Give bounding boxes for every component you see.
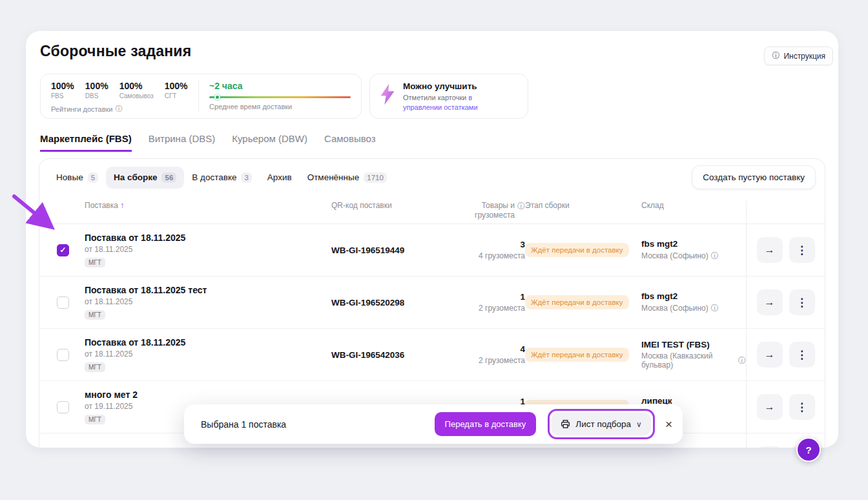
selected-count-text: Выбрана 1 поставка xyxy=(201,419,286,430)
supply-date: от 18.11.2025 xyxy=(85,349,331,359)
tab-marketplace-fbs[interactable]: Маркетплейс (FBS) xyxy=(40,133,132,152)
info-icon[interactable]: ⓘ xyxy=(738,355,746,366)
ratings-caption: Рейтинги доставки ⓘ xyxy=(51,104,198,114)
arrow-right-icon: → xyxy=(765,244,775,255)
table-row: Поставка от 18.11.2025 от 18.11.2025 МГТ… xyxy=(39,329,825,381)
header-qr: QR-код поставки xyxy=(331,201,454,210)
cargo-count: 4 грузоместа xyxy=(454,251,525,260)
supply-title[interactable]: Поставка от 18.11.2025 xyxy=(85,337,331,348)
delivery-mode-tabs: Маркетплейс (FBS) Витрина (DBS) Курьером… xyxy=(40,133,376,152)
arrow-right-icon: → xyxy=(765,297,775,307)
tab-pickup[interactable]: Самовывоз xyxy=(324,133,376,152)
row-checkbox[interactable]: ✓ xyxy=(57,244,69,256)
qr-code: WB-GI-196542036 xyxy=(331,350,454,360)
supply-date: от 18.11.2025 xyxy=(85,245,331,254)
info-icon[interactable]: ⓘ xyxy=(711,251,719,262)
row-checkbox[interactable] xyxy=(57,349,69,361)
lightning-icon xyxy=(378,81,397,107)
filter-archive[interactable]: Архив xyxy=(260,167,300,188)
supply-tag: МГТ xyxy=(85,310,105,320)
selection-action-bar: Выбрана 1 поставка Передать в доставку Л… xyxy=(184,404,683,444)
header-actions-cell xyxy=(746,201,825,224)
qr-code: WB-GI-196520298 xyxy=(331,298,454,307)
stage-badge: Ждёт передачи в доставку xyxy=(525,295,629,309)
create-empty-supply-button[interactable]: Создать пустую поставку xyxy=(692,165,816,189)
goods-count: 4 xyxy=(454,344,525,354)
stats-row: 100% FBS 100% DBS 100% Самовывоз 100% СГ… xyxy=(40,74,528,119)
goods-count: 1 xyxy=(454,292,525,302)
supply-title[interactable]: Поставка от 18.11.2025 xyxy=(85,233,331,243)
filter-row: Новые 5 На сборке 56 В доставке 3 Архив … xyxy=(39,159,825,196)
chevron-down-icon: ∨ xyxy=(636,420,642,429)
instruction-button[interactable]: ⓘ Инструкция xyxy=(764,47,833,65)
instruction-label: Инструкция xyxy=(783,52,825,61)
picklist-button[interactable]: Лист подбора ∨ xyxy=(552,413,651,435)
filter-count: 56 xyxy=(161,172,176,183)
improve-title: Можно улучшить xyxy=(403,81,505,91)
row-menu-button[interactable]: ⋮ xyxy=(789,342,815,368)
cargo-count: 2 грузоместа xyxy=(454,356,525,365)
header-stage: Этап сборки xyxy=(525,201,641,210)
cargo-count: 2 грузоместа xyxy=(454,304,525,313)
rating-pickup: 100% Самовывоз xyxy=(119,81,154,99)
info-icon[interactable]: ⓘ xyxy=(711,303,719,314)
delivery-time-caption: Среднее время доставки xyxy=(209,103,351,110)
rating-fbs: 100% FBS xyxy=(51,81,74,99)
supply-tag: МГТ xyxy=(85,415,105,424)
page-title: Сборочные задания xyxy=(40,43,191,60)
info-icon[interactable]: ⓘ xyxy=(115,104,122,114)
warehouse-name: fbs mgt2 xyxy=(641,239,746,249)
open-supply-button[interactable]: → xyxy=(757,394,783,420)
supply-title[interactable]: Поставка от 18.11.2025 тест xyxy=(85,285,331,295)
row-menu-button[interactable]: ⋮ xyxy=(789,289,815,315)
sort-up-icon: ↑ xyxy=(120,201,124,210)
filter-in-delivery[interactable]: В доставке 3 xyxy=(184,167,260,189)
row-menu-button[interactable]: ⋮ xyxy=(789,237,815,263)
filter-count: 3 xyxy=(241,172,251,183)
tab-vitrina-dbs[interactable]: Витрина (DBS) xyxy=(149,133,216,152)
row-menu-button[interactable]: ⋮ xyxy=(789,394,815,420)
warehouse-location: Москва (Софьино) ⓘ xyxy=(641,251,746,262)
help-button[interactable]: ? xyxy=(796,437,821,462)
supply-title[interactable]: много мет 2 xyxy=(85,390,331,400)
delivery-time-value: ~2 часа xyxy=(209,81,351,91)
delivery-time-track xyxy=(209,96,351,98)
picklist-highlight-ring: Лист подбора ∨ xyxy=(548,409,655,439)
filter-cancelled[interactable]: Отменённые 1710 xyxy=(300,167,395,189)
stage-badge: Ждёт передачи в доставку xyxy=(525,243,629,257)
header-warehouse: Склад xyxy=(641,201,746,210)
warehouse-location: Москва (Кавказский бульвар) ⓘ xyxy=(641,351,746,370)
kebab-icon: ⋮ xyxy=(796,244,807,256)
filter-count: 1710 xyxy=(364,172,387,183)
table-header: Поставка ↑ QR-код поставки Товары и груз… xyxy=(39,196,825,224)
supply-date: от 18.11.2025 xyxy=(85,297,331,306)
close-icon[interactable]: × xyxy=(665,418,672,430)
header-supply[interactable]: Поставка ↑ xyxy=(85,201,331,210)
supply-tag: МГТ xyxy=(85,362,105,372)
row-checkbox[interactable] xyxy=(57,297,69,309)
info-icon[interactable]: ⓘ xyxy=(517,201,525,220)
tab-courier-dbw[interactable]: Курьером (DBW) xyxy=(232,133,307,152)
printer-icon xyxy=(561,419,570,429)
check-icon: ✓ xyxy=(59,245,66,255)
ratings-card: 100% FBS 100% DBS 100% Самовывоз 100% СГ… xyxy=(40,74,362,119)
stage-badge: Ждёт передачи в доставку xyxy=(525,348,629,362)
table-row: ✓ Поставка от 18.11.2025 от 18.11.2025 М… xyxy=(39,224,825,276)
main-card: Сборочные задания ⓘ Инструкция 100% FBS … xyxy=(26,31,838,448)
open-supply-button[interactable]: → xyxy=(757,342,783,368)
filter-count: 5 xyxy=(88,172,98,183)
transfer-to-delivery-button[interactable]: Передать в доставку xyxy=(435,412,537,436)
qr-code: WB-GI-196519449 xyxy=(331,245,454,255)
improve-card: Можно улучшить Отметили карточки в управ… xyxy=(369,74,528,119)
rating-dbs: 100% DBS xyxy=(85,81,108,99)
warehouse-location: Москва (Софьино) ⓘ xyxy=(641,303,746,314)
open-supply-button[interactable]: → xyxy=(757,446,783,448)
filter-new[interactable]: Новые 5 xyxy=(48,167,106,189)
open-supply-button[interactable]: → xyxy=(757,237,783,263)
row-checkbox[interactable] xyxy=(57,401,69,413)
info-icon: ⓘ xyxy=(772,50,780,61)
filter-assembling[interactable]: На сборке 56 xyxy=(106,167,184,189)
kebab-icon: ⋮ xyxy=(796,297,807,309)
table-row: Поставка от 18.11.2025 тест от 18.11.202… xyxy=(39,276,825,329)
open-supply-button[interactable]: → xyxy=(757,289,783,315)
